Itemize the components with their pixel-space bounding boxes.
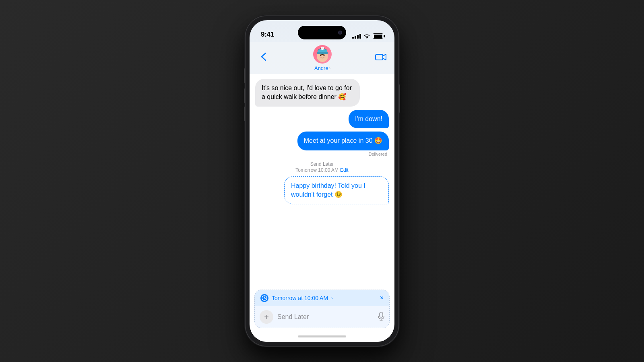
home-indicator [250,331,394,342]
phone-shell: 9:41 [246,16,398,346]
svg-point-7 [320,55,322,56]
bubble-received-1: It's so nice out, I'd love to go for a q… [255,79,360,107]
contact-name[interactable]: Andre › [314,65,330,71]
scene: 9:41 [0,0,644,362]
time-bar-left: Tomorrow at 10:00 AM › [260,294,333,302]
contact-info[interactable]: Andre › [313,45,332,71]
message-text-1: It's so nice out, I'd love to go for a q… [262,84,352,100]
svg-line-14 [264,298,266,299]
contact-chevron: › [329,66,330,70]
bubble-sent-2: Meet at your place in 30 🤩 [297,132,389,150]
messages-area: It's so nice out, I'd love to go for a q… [250,74,394,287]
time-chevron-icon: › [331,296,333,300]
status-time: 9:41 [261,31,274,39]
home-bar [298,335,346,337]
message-scheduled: Happy birthday! Told you I wouldn't forg… [284,176,389,205]
svg-point-0 [366,37,367,39]
battery-icon [373,33,383,39]
message-text-2: I'm down! [355,115,382,122]
svg-point-9 [318,56,321,58]
signal-bar-2 [355,36,356,39]
message-sent-2: Meet at your place in 30 🤩 Delivered [297,132,389,156]
svg-point-8 [324,55,325,56]
svg-rect-15 [380,312,383,317]
bubble-sent-1: I'm down! [349,110,389,128]
signal-icon [352,34,361,39]
send-later-time-bar: Tomorrow at 10:00 AM › × [255,290,389,306]
time-label: Tomorrow at 10:00 AM [272,295,328,301]
scheduled-message-text: Happy birthday! Told you I wouldn't forg… [291,182,365,198]
message-received-1: It's so nice out, I'd love to go for a q… [255,79,360,107]
message-input[interactable] [277,313,374,321]
avatar [313,45,332,64]
video-call-button[interactable] [375,53,386,64]
svg-point-10 [324,56,326,58]
send-later-time-row: Tomorrow 10:00 AM Edit [295,167,348,173]
signal-bar-1 [352,37,354,39]
clock-icon [260,294,268,302]
send-later-time-text: Tomorrow 10:00 AM [295,167,339,173]
wifi-icon [363,33,370,39]
svg-rect-11 [376,54,383,60]
mic-button[interactable] [378,312,384,323]
front-camera [338,31,342,35]
battery-fill [374,35,382,38]
status-icons [352,33,383,39]
send-later-info: Send Later Tomorrow 10:00 AM Edit [255,161,389,173]
dynamic-island [298,26,346,39]
svg-rect-4 [317,52,328,54]
nav-header: Andre › [250,42,394,74]
avatar-image [313,45,332,64]
svg-point-6 [321,47,324,49]
delivered-status: Delivered [369,152,389,156]
send-later-panel: Tomorrow at 10:00 AM › × + [254,290,390,328]
message-sent-1: I'm down! [349,110,389,128]
back-button[interactable] [258,51,270,65]
screen: 9:41 [250,20,394,342]
signal-bar-4 [359,34,361,39]
input-row: + [255,306,389,328]
add-button[interactable]: + [260,310,273,324]
signal-bar-3 [357,35,359,39]
send-later-label: Send Later [310,161,334,167]
bubble-scheduled: Happy birthday! Told you I wouldn't forg… [284,176,389,205]
message-text-3: Meet at your place in 30 🤩 [304,137,382,144]
send-later-edit-button[interactable]: Edit [340,167,349,173]
time-close-button[interactable]: × [380,294,384,302]
